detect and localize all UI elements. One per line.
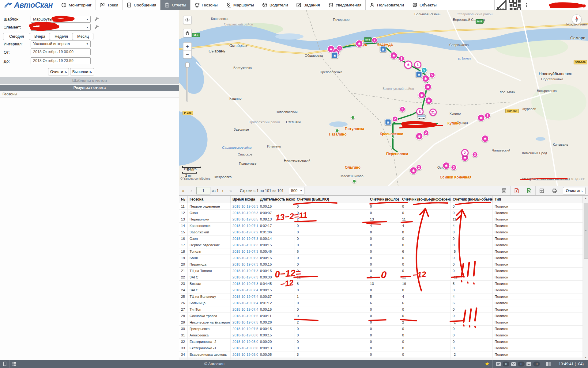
mail-icon[interactable] — [511, 362, 516, 366]
entry-time-cell[interactable]: 2018-10-19 06:34:02 — [231, 210, 258, 216]
cluster-count-marker[interactable]: 3 — [472, 151, 478, 158]
report-result-header[interactable]: Результат отчета — [0, 85, 179, 91]
cluster-count-marker[interactable]: 2 — [416, 164, 422, 171]
table-row[interactable]: 27ТипТоп2018-10-19 07:49:530:00:150000По… — [179, 306, 583, 313]
scroll-up-arrow[interactable]: ▲ — [583, 196, 588, 201]
range-button-2[interactable]: Вчера — [30, 33, 50, 40]
tab-route[interactable]: Маршруты — [222, 0, 258, 10]
entry-time-cell[interactable]: 2018-10-19 07:46:15 — [231, 293, 258, 300]
import-button[interactable] — [535, 186, 548, 195]
entry-time-cell[interactable]: 2018-10-19 07:58:01 — [231, 326, 258, 332]
element-select[interactable]: ▼ — [31, 24, 91, 31]
cluster-count-marker[interactable]: 3 — [484, 113, 491, 119]
tab-globe[interactable]: Мониторинг — [57, 0, 96, 10]
point-marker[interactable] — [335, 129, 339, 133]
table-row[interactable]: 31Алексеевка2018-10-19 08:00:010:00:1500… — [179, 332, 583, 339]
entry-time-cell[interactable]: 2018-10-19 07:35:48 — [231, 255, 258, 261]
messages-icon[interactable] — [496, 362, 501, 366]
entry-time-cell[interactable]: 2018-10-19 07:38:16 — [231, 274, 258, 280]
cluster-count-marker[interactable]: 21 — [429, 109, 437, 116]
geofence-star-marker[interactable]: ✱ — [422, 75, 430, 82]
table-scrollbar[interactable]: ▲ ▼ — [583, 196, 588, 360]
geofence-star-marker[interactable]: ✱ — [477, 114, 485, 122]
table-row[interactable]: 12Озон2018-10-19 06:34:020:00:070000Поли… — [179, 210, 583, 216]
cluster-count-marker[interactable]: 2 — [423, 130, 429, 136]
table-row[interactable]: 17Первое отделение2018-10-19 07:32:200:0… — [179, 242, 583, 248]
scroll-down-arrow[interactable]: ▼ — [583, 355, 588, 360]
table-row[interactable]: 25ТЦ на Больницу2018-10-19 07:46:150:00:… — [179, 293, 583, 300]
entry-time-cell[interactable]: 2018-10-19 07:48:41 — [231, 300, 258, 306]
cluster-count-marker[interactable]: 2 — [371, 37, 378, 43]
entry-time-cell[interactable]: 2018-10-19 07:31:44 — [231, 236, 258, 242]
tab-vehicle[interactable]: Объекты — [408, 0, 441, 10]
table-row[interactable]: 29Никольское на Екатериновку2018-10-19 0… — [179, 319, 583, 326]
table-row[interactable]: 20Пирамида2018-10-19 07:36:180:00:150000… — [179, 261, 583, 268]
entry-time-cell[interactable]: 2018-10-19 08:00:01 — [231, 332, 258, 338]
table-row[interactable]: 18Тополя2018-10-19 07:34:050:00:46606-5П… — [179, 248, 583, 255]
terms-link[interactable]: Условия использования — [536, 178, 570, 181]
entry-time-cell[interactable]: 2018-10-19 07:53:08 — [231, 313, 258, 319]
entry-time-cell[interactable]: 2018-10-19 06:53:26 — [231, 216, 258, 222]
entry-time-cell[interactable]: 2018-10-19 07:32:20 — [231, 242, 258, 248]
report-view-button[interactable] — [498, 186, 510, 195]
prev-page-button[interactable]: ‹ — [187, 188, 195, 193]
range-button-1[interactable]: Сегодня — [3, 33, 30, 40]
table-row[interactable]: 34Екарериновка церковь2018-10-19 08:03:5… — [179, 351, 583, 358]
cluster-count-marker[interactable]: 3 — [451, 164, 457, 171]
compass-control[interactable] — [572, 14, 582, 24]
geofence-star-marker[interactable]: ✱ — [443, 162, 450, 170]
geofence-star-marker[interactable]: ✱ — [356, 40, 363, 48]
entry-time-cell[interactable]: 2018-10-19 07:21:12 — [231, 229, 258, 235]
run-report-button[interactable]: Выполнить — [70, 68, 94, 75]
cluster-count-marker[interactable]: 3 — [414, 61, 421, 68]
entry-time-cell[interactable]: 2018-10-19 07:37:33 — [231, 268, 258, 274]
zoom-slider[interactable] — [186, 62, 188, 102]
cluster-count-marker[interactable]: 5 — [429, 72, 435, 78]
apps-grid-button[interactable] — [508, 0, 522, 10]
report-templates-header[interactable]: Шаблоны отчетов — [0, 77, 179, 84]
table-row[interactable]: 21ТЦ на Тополя2018-10-19 07:37:330:00:15… — [179, 268, 583, 274]
table-row[interactable]: 24ЗАГС2018-10-19 07:45:180:00:150000Поли… — [179, 287, 583, 293]
map-canvas[interactable]: КошелевкаСызранский районПечерскоеБольша… — [179, 10, 588, 186]
tab-report[interactable]: Отчеты — [160, 0, 190, 10]
geofence-star-marker[interactable]: ✱ — [425, 97, 433, 105]
entry-time-cell[interactable]: 2018-10-19 08:02:52 — [231, 345, 258, 351]
cluster-count-marker[interactable]: 3 — [337, 45, 343, 51]
journal-button[interactable] — [543, 360, 554, 368]
zoom-out-button[interactable]: − — [183, 51, 191, 58]
tab-geozone[interactable]: Геозоны — [190, 0, 222, 10]
user-menu[interactable] — [522, 0, 588, 10]
template-select[interactable]: Маршруты▼ — [31, 16, 91, 23]
table-row[interactable]: 23Вокзал2018-10-19 07:39:480:04:45813195… — [179, 281, 583, 287]
zoom-in-button[interactable]: + — [183, 43, 191, 51]
visibility-toggle-button[interactable] — [183, 16, 192, 24]
result-tree-item-geozones[interactable]: Геозоны — [0, 91, 179, 98]
next-page-button[interactable]: › — [219, 188, 227, 193]
cluster-count-marker[interactable]: 3 — [398, 56, 405, 62]
entry-time-cell[interactable]: 2018-10-19 08:03:59 — [231, 351, 258, 358]
stop-marker[interactable]: ▣ — [416, 71, 422, 78]
range-button-4[interactable]: Месяц — [73, 33, 93, 40]
geofence-star-marker[interactable]: ✱ — [424, 83, 432, 91]
tab-message[interactable]: Сообщения — [123, 0, 160, 10]
photos-icon[interactable] — [526, 362, 532, 366]
to-date-input[interactable]: 2018 Октябрь 19 23:59 — [31, 57, 91, 64]
clear-button[interactable]: Очистить — [48, 68, 69, 75]
table-row[interactable]: 26Больница2018-10-19 07:48:410:01:120666… — [179, 300, 583, 306]
template-settings-wrench-icon[interactable] — [94, 17, 99, 22]
favorites-star-icon[interactable]: ★ — [482, 361, 492, 367]
vehicle-bus-marker[interactable] — [417, 114, 426, 120]
cluster-count-marker[interactable]: 2 — [392, 116, 398, 122]
map-layers-button[interactable] — [183, 29, 192, 37]
entry-time-cell[interactable]: 2018-10-19 07:34:05 — [231, 248, 258, 255]
from-date-input[interactable]: 2018 Октябрь 19 00:00 — [31, 48, 91, 55]
table-row[interactable]: 19Баня2018-10-19 07:35:480:00:150000Поли… — [179, 255, 583, 261]
print-button[interactable] — [548, 186, 560, 195]
tab-task[interactable]: Задания — [292, 0, 324, 10]
tab-flag[interactable]: Треки — [96, 0, 123, 10]
tab-user[interactable]: Пользователи — [366, 0, 408, 10]
interval-select[interactable]: Указанный интервал▼ — [31, 40, 91, 47]
stop-marker[interactable]: ▣ — [332, 52, 338, 59]
entry-time-cell[interactable]: 2018-10-19 07:39:48 — [231, 281, 258, 287]
geofence-star-marker[interactable]: ✱ — [416, 132, 423, 140]
